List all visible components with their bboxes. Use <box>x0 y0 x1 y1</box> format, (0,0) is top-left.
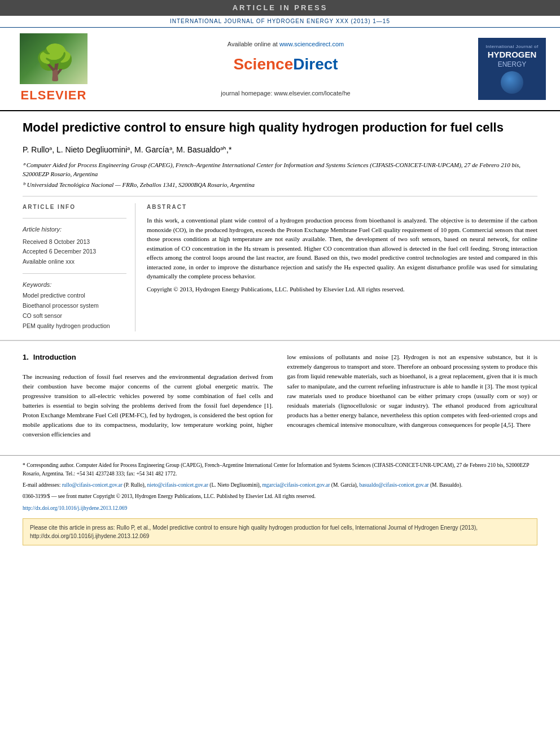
article-title: Model predictive control to ensure high … <box>23 120 537 136</box>
intro-right-text: low emissions of pollutants and noise [2… <box>287 352 538 429</box>
citation-text: Please cite this article in press as: Ru… <box>30 525 478 539</box>
right-logo-area: International Journal of HYDROGEN ENERGY <box>473 33 552 104</box>
top-section: ELSEVIER Available online at www.science… <box>0 28 560 111</box>
intro-left-text: The increasing reduction of fossil fuel … <box>23 372 273 439</box>
body-content: 1. Introduction The increasing reduction… <box>0 340 560 455</box>
center-info: Available online at www.sciencedirect.co… <box>99 33 473 104</box>
abstract-copyright: Copyright © 2013, Hydrogen Energy Public… <box>147 285 537 294</box>
keywords-label: Keywords: <box>23 281 126 289</box>
accepted-date: Accepted 6 December 2013 <box>23 247 126 256</box>
abstract-text: In this work, a conventional plant wide … <box>147 216 537 294</box>
keyword-2: Bioethanol processor system <box>23 302 126 311</box>
email3-name: (M. García), <box>331 482 358 488</box>
article-main: Model predictive control to ensure high … <box>0 111 560 340</box>
article-in-press-banner: ARTICLE IN PRESS <box>0 0 560 16</box>
article-info-label: ARTICLE INFO <box>23 203 126 211</box>
globe-icon <box>501 71 523 94</box>
sci-text: Science <box>233 55 293 73</box>
sciencedirect-logo: ScienceDirect <box>233 53 338 75</box>
info-abstract-cols: ARTICLE INFO Article history: Received 8… <box>23 203 537 331</box>
footer-email: E-mail addresses: rullo@cifasis-conicet.… <box>23 481 537 490</box>
intro-right-para: low emissions of pollutants and noise [2… <box>287 352 538 429</box>
journal-homepage: journal homepage: www.elsevier.com/locat… <box>221 89 350 98</box>
received-date: Received 8 October 2013 <box>23 238 126 247</box>
hydrogen-energy-logo: International Journal of HYDROGEN ENERGY <box>478 38 546 100</box>
divider <box>23 196 537 196</box>
abstract-label: ABSTRACT <box>147 203 537 211</box>
intl-journal-text: International Journal of <box>483 43 540 51</box>
email1-link[interactable]: rullo@cifasis-conicet.gov.ar <box>62 482 123 488</box>
available-online: Available online xxx <box>23 257 126 267</box>
body-col-right: low emissions of pollutants and noise [2… <box>287 352 538 444</box>
authors-line: P. Rulloᵃ, L. Nieto Degliuominiᵃ, M. Gar… <box>23 145 537 156</box>
history-label: Article history: <box>23 225 126 234</box>
available-online-text: Available online at www.sciencedirect.co… <box>228 40 344 49</box>
info-divider <box>23 218 126 219</box>
email3-link[interactable]: mgarcia@cifasis-conicet.gov.ar <box>262 482 330 488</box>
elsevier-tree-image <box>20 33 88 84</box>
intro-left-para: The increasing reduction of fossil fuel … <box>23 372 273 439</box>
body-two-col: 1. Introduction The increasing reduction… <box>23 352 537 444</box>
keyword-1: Model predictive control <box>23 291 126 300</box>
citation-box: Please cite this article in press as: Ru… <box>23 518 537 545</box>
footer-corresponding: * Corresponding author. Computer Aided f… <box>23 461 537 478</box>
hydrogen-title: HYDROGEN <box>488 50 537 60</box>
section-number: 1. <box>23 352 29 362</box>
keywords-divider <box>23 273 126 274</box>
journal-header-bar: INTERNATIONAL JOURNAL OF HYDROGEN ENERGY… <box>0 16 560 28</box>
email-label: E-mail addresses: <box>23 482 60 488</box>
doi-link[interactable]: http://dx.doi.org/10.1016/j.ijhydene.201… <box>23 505 127 511</box>
email4-name: (M. Basualdo). <box>430 482 462 488</box>
keyword-4: PEM quality hydrogen production <box>23 322 126 331</box>
direct-text: Direct <box>293 55 338 73</box>
email2-name: (L. Nieto Degliuomini), <box>209 482 261 488</box>
email2-link[interactable]: nieto@cifasis-conicet.gov.ar <box>147 482 208 488</box>
elsevier-logo-area: ELSEVIER <box>8 33 99 104</box>
abstract-col: ABSTRACT In this work, a conventional pl… <box>147 203 537 331</box>
affiliation-a: ᵃ Computer Aided for Process Engineering… <box>23 161 537 178</box>
footer-area: * Corresponding author. Computer Aided f… <box>0 455 560 518</box>
section-heading: Introduction <box>33 352 76 362</box>
keyword-3: CO soft sensor <box>23 312 126 321</box>
article-info-col: ARTICLE INFO Article history: Received 8… <box>23 203 135 331</box>
body-col-left: 1. Introduction The increasing reduction… <box>23 352 273 444</box>
footer-copyright: 0360-3199/$ — see front matter Copyright… <box>23 492 537 501</box>
elsevier-wordmark: ELSEVIER <box>21 87 87 104</box>
abstract-paragraph: In this work, a conventional plant wide … <box>147 216 537 281</box>
email1-name: (P. Rullo), <box>124 482 146 488</box>
sciencedirect-url[interactable]: www.sciencedirect.com <box>279 41 344 47</box>
email4-link[interactable]: basualdo@cifasis-conicet.gov.ar <box>359 482 428 488</box>
affiliation-b: ᵇ Universidad Tecnológica Nacional — FRR… <box>23 181 537 189</box>
footer-doi: http://dx.doi.org/10.1016/j.ijhydene.201… <box>23 504 537 513</box>
energy-title: ENERGY <box>498 60 527 69</box>
